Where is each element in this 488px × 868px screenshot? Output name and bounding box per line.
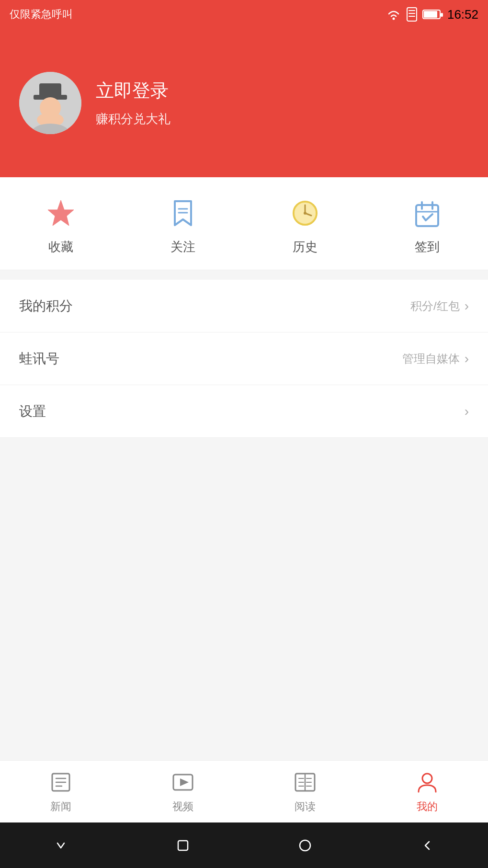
status-bar: 仅限紧急呼叫 16:52 [0,0,488,29]
wifi-icon [386,8,401,21]
bottom-nav-video[interactable]: 视频 [122,770,244,814]
svg-point-0 [392,18,395,20]
login-subtitle: 赚积分兑大礼 [96,111,170,127]
svg-rect-7 [39,83,61,97]
status-emergency-text: 仅限紧急呼叫 [10,7,73,22]
chevron-right-icon-2: › [465,351,469,366]
chevron-right-icon: › [465,298,469,314]
profile-info: 立即登录 赚积分兑大礼 [96,79,170,127]
svg-rect-1 [407,8,417,21]
svg-point-38 [422,774,432,783]
menu-item-settings[interactable]: 设置 › [0,385,488,438]
quick-nav-follow[interactable]: 关注 [122,196,244,255]
follow-label: 关注 [170,239,195,255]
menu-points-label: 我的积分 [19,297,73,315]
news-icon [48,770,73,795]
status-time: 16:52 [447,7,478,22]
battery-icon [422,9,443,20]
bottom-nav: 新闻 视频 阅读 我的 [0,760,488,822]
svg-rect-39 [178,841,188,850]
status-icons: 16:52 [386,7,478,22]
menu-list: 我的积分 积分/红包 › 蛙讯号 管理自媒体 › 设置 › [0,280,488,438]
bottom-nav-reading[interactable]: 阅读 [244,770,366,814]
svg-marker-29 [180,778,189,786]
checkin-label: 签到 [415,239,440,255]
bottom-nav-profile[interactable]: 我的 [366,770,488,814]
quick-nav-favorites[interactable]: 收藏 [0,196,122,255]
svg-marker-11 [48,200,74,226]
sim-icon [405,7,419,22]
news-label: 新闻 [50,799,71,814]
sys-nav-back[interactable] [413,831,442,860]
profile-label: 我的 [417,799,438,814]
history-icon [288,196,322,230]
sys-nav-down[interactable] [46,831,75,860]
reading-icon [293,770,318,795]
svg-rect-20 [416,205,438,226]
checkin-icon [410,196,444,230]
menu-settings-right: › [465,404,469,419]
menu-account-label: 蛙讯号 [19,350,59,368]
star-icon [44,196,78,230]
profile-header[interactable]: 立即登录 赚积分兑大礼 [0,29,488,177]
menu-settings-label: 设置 [19,402,46,421]
history-label: 历史 [293,239,318,255]
sys-nav-square[interactable] [169,831,197,860]
quick-nav: 收藏 关注 历史 签到 [0,177,488,270]
quick-nav-checkin[interactable]: 签到 [366,196,488,255]
chevron-right-icon-3: › [465,404,469,419]
profile-icon [415,770,440,795]
menu-points-value: 积分/红包 [410,298,460,314]
svg-point-19 [304,212,306,215]
bottom-nav-news[interactable]: 新闻 [0,770,122,814]
svg-rect-4 [441,13,443,17]
menu-item-account[interactable]: 蛙讯号 管理自媒体 › [0,332,488,385]
menu-item-points[interactable]: 我的积分 积分/红包 › [0,280,488,332]
menu-points-right: 积分/红包 › [410,298,469,314]
menu-account-value: 管理自媒体 [402,351,460,366]
favorites-label: 收藏 [48,239,73,255]
reading-label: 阅读 [295,799,316,814]
svg-rect-3 [424,11,437,18]
bookmark-icon [166,196,200,230]
sys-nav-home[interactable] [291,831,319,860]
login-title[interactable]: 立即登录 [96,79,170,103]
svg-point-40 [300,840,310,851]
system-nav-bar [0,822,488,868]
quick-nav-history[interactable]: 历史 [244,196,366,255]
video-label: 视频 [172,799,193,814]
video-icon [170,770,195,795]
menu-account-right: 管理自媒体 › [402,351,469,366]
avatar[interactable] [19,72,81,134]
